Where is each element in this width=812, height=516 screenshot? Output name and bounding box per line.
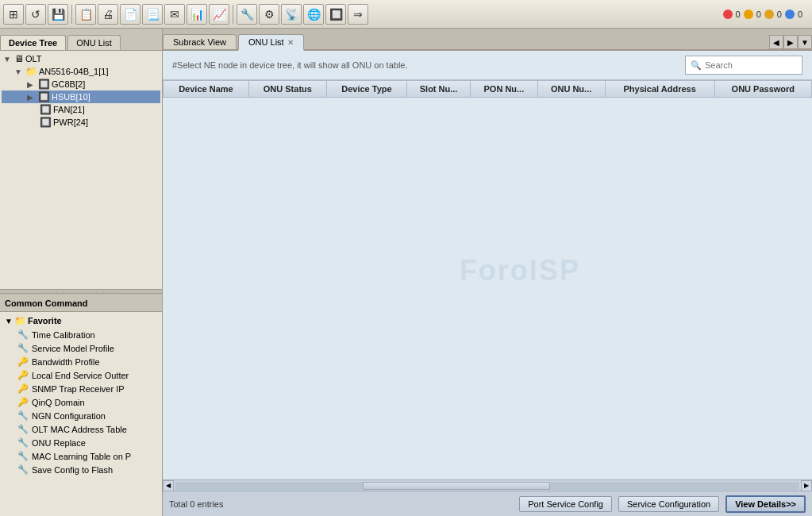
toolbar-btn-doc2[interactable]: 📃 <box>142 4 163 25</box>
common-cmd-title: Common Command <box>5 298 88 308</box>
tab-onu-list-left[interactable]: ONU List <box>67 35 121 50</box>
service-configuration-btn[interactable]: Service Configuration <box>618 496 719 512</box>
tl-blue-count: 0 <box>798 10 802 19</box>
expand-root[interactable]: ▼ <box>3 55 14 64</box>
col-slot-num: Slot Nu... <box>406 81 470 98</box>
cmd-save-config[interactable]: 🔧 Save Config to Flash <box>2 463 160 476</box>
tl-blue-dot <box>785 10 795 19</box>
main-layout: Device Tree ONU List ▼ 🖥 OLT ▼ 📁 AN5516-… <box>0 29 812 516</box>
tab-subrack-label: Subrack View <box>173 37 226 47</box>
cmd-mac-learning[interactable]: 🔧 MAC Learning Table on P <box>2 449 160 463</box>
tab-nav: ◀ ▶ ▼ <box>769 35 812 49</box>
expand-gc8b[interactable]: ▶ <box>27 80 38 89</box>
toolbar-btn-wrench[interactable]: 🔧 <box>237 4 257 25</box>
common-command-panel: Common Command ▼ 📁 Favorite 🔧 Time Calib… <box>0 294 162 516</box>
expand-an5516[interactable]: ▼ <box>14 67 25 76</box>
toolbar-btn-mail[interactable]: ✉ <box>164 4 185 25</box>
tl-orange-count: 0 <box>756 10 761 19</box>
cmd-icon-1: 🔧 <box>17 343 29 353</box>
search-box: 🔍 <box>685 56 802 75</box>
common-cmd-body: ▼ 📁 Favorite 🔧 Time Calibration 🔧 Servic… <box>0 312 162 516</box>
cmd-local-end[interactable]: 🔑 Local End Service Outter <box>2 368 160 382</box>
traffic-lights: 0 0 0 0 <box>723 10 810 19</box>
col-onu-status: ONU Status <box>248 81 326 98</box>
port-service-config-btn[interactable]: Port Service Config <box>519 496 612 512</box>
cmd-label-7: OLT MAC Address Table <box>32 425 127 434</box>
tree-item-hsub[interactable]: ▶ 🔲 HSUB[10] <box>2 90 160 103</box>
tab-onu-list[interactable]: ONU List ✕ <box>238 34 304 51</box>
cmd-label-8: ONU Replace <box>32 438 86 448</box>
toolbar-btn-1[interactable]: ⊞ <box>3 4 24 25</box>
tree-item-pwr[interactable]: 🔲 PWR[24] <box>2 116 160 129</box>
cmd-icon-4: 🔑 <box>17 383 29 394</box>
total-entries: Total 0 entries <box>169 499 223 509</box>
toolbar-btn-2[interactable]: ↺ <box>25 4 46 25</box>
scroll-thumb[interactable] <box>363 482 550 490</box>
scroll-left-btn[interactable]: ◀ <box>163 480 174 491</box>
cmd-ngn[interactable]: 🔧 NGN Configuration <box>2 409 160 422</box>
tab-subrack-view[interactable]: Subrack View <box>163 34 237 49</box>
content-area: #Select NE node in device tree, it will … <box>163 51 812 479</box>
scroll-right-btn[interactable]: ▶ <box>801 480 812 491</box>
content-wrapper: #Select NE node in device tree, it will … <box>163 51 812 491</box>
cmd-label-6: NGN Configuration <box>32 411 106 421</box>
h-scroll-bar: ◀ ▶ <box>163 479 812 491</box>
tl-red-dot <box>723 10 733 19</box>
tree-item-root[interactable]: ▼ 🖥 OLT <box>2 52 160 65</box>
table-container: Device Name ONU Status Device Type Slot … <box>163 80 812 479</box>
info-bar: #Select NE node in device tree, it will … <box>163 51 812 80</box>
cmd-label-0: Time Calibration <box>32 330 95 340</box>
col-device-type: Device Type <box>326 81 406 98</box>
toolbar-btn-chart2[interactable]: 📈 <box>209 4 229 25</box>
tab-device-tree[interactable]: Device Tree <box>0 35 66 50</box>
cmd-time-calibration[interactable]: 🔧 Time Calibration <box>2 328 160 341</box>
col-device-name: Device Name <box>164 81 249 98</box>
col-physical-addr: Physical Address <box>605 81 714 98</box>
cmd-label-10: Save Config to Flash <box>32 465 113 475</box>
tab-onu-close[interactable]: ✕ <box>287 38 294 47</box>
cmd-label-1: Service Model Profile <box>32 344 114 353</box>
tab-nav-menu[interactable]: ▼ <box>798 35 812 49</box>
cmd-onu-replace[interactable]: 🔧 ONU Replace <box>2 436 160 449</box>
cmd-label-2: Bandwidth Profile <box>32 357 100 367</box>
toolbar-btn-arrow[interactable]: ⇒ <box>348 4 368 25</box>
tree-item-fan[interactable]: 🔲 FAN[21] <box>2 103 160 116</box>
col-onu-num: ONU Nu... <box>537 81 605 98</box>
tree-item-gc8b[interactable]: ▶ 🔲 GC8B[2] <box>2 78 160 90</box>
favorite-expand: ▼ <box>5 317 13 325</box>
tree-area: ▼ 🖥 OLT ▼ 📁 AN5516-04B_1[1] ▶ 🔲 GC8B[2] … <box>0 51 162 289</box>
expand-hsub[interactable]: ▶ <box>27 93 38 102</box>
toolbar-btn-chart1[interactable]: 📊 <box>187 4 207 25</box>
right-panel: Subrack View ONU List ✕ ◀ ▶ ▼ #Select NE… <box>163 29 812 516</box>
info-text: #Select NE node in device tree, it will … <box>172 60 408 70</box>
search-icon: 🔍 <box>691 60 702 71</box>
toolbar-btn-network[interactable]: 📡 <box>281 4 302 25</box>
favorite-group[interactable]: ▼ 📁 Favorite <box>2 314 160 328</box>
toolbar-btn-print[interactable]: 🖨 <box>98 4 118 25</box>
search-input[interactable] <box>705 60 792 70</box>
tab-nav-next[interactable]: ▶ <box>783 35 798 49</box>
tree-item-an5516[interactable]: ▼ 📁 AN5516-04B_1[1] <box>2 65 160 78</box>
cmd-olt-mac[interactable]: 🔧 OLT MAC Address Table <box>2 422 160 436</box>
cmd-bandwidth-profile[interactable]: 🔑 Bandwidth Profile <box>2 355 160 368</box>
toolbar-btn-save[interactable]: 💾 <box>48 4 68 25</box>
toolbar-btn-doc1[interactable]: 📄 <box>120 4 140 25</box>
scroll-track[interactable] <box>175 482 799 490</box>
cmd-service-model[interactable]: 🔧 Service Model Profile <box>2 341 160 355</box>
toolbar-btn-globe[interactable]: 🌐 <box>303 4 324 25</box>
pwr-icon: 🔲 <box>40 117 52 128</box>
tl-yellow-count: 0 <box>777 10 782 19</box>
toolbar-btn-grid[interactable]: 🔲 <box>325 4 346 25</box>
tl-orange-dot <box>744 10 753 19</box>
left-tabs: Device Tree ONU List <box>0 29 162 51</box>
cmd-snmp[interactable]: 🔑 SNMP Trap Receiver IP <box>2 382 160 395</box>
cmd-qinq[interactable]: 🔑 QinQ Domain <box>2 395 160 409</box>
common-cmd-header: Common Command <box>0 295 162 312</box>
view-details-btn[interactable]: View Details>> <box>725 495 806 513</box>
toolbar-btn-copy[interactable]: 📋 <box>75 4 96 25</box>
an5516-icon: 📁 <box>25 66 37 77</box>
cmd-icon-8: 🔧 <box>17 437 29 448</box>
toolbar-btn-gear[interactable]: ⚙ <box>259 4 279 25</box>
tab-nav-prev[interactable]: ◀ <box>769 35 783 49</box>
cmd-icon-7: 🔧 <box>17 424 29 434</box>
